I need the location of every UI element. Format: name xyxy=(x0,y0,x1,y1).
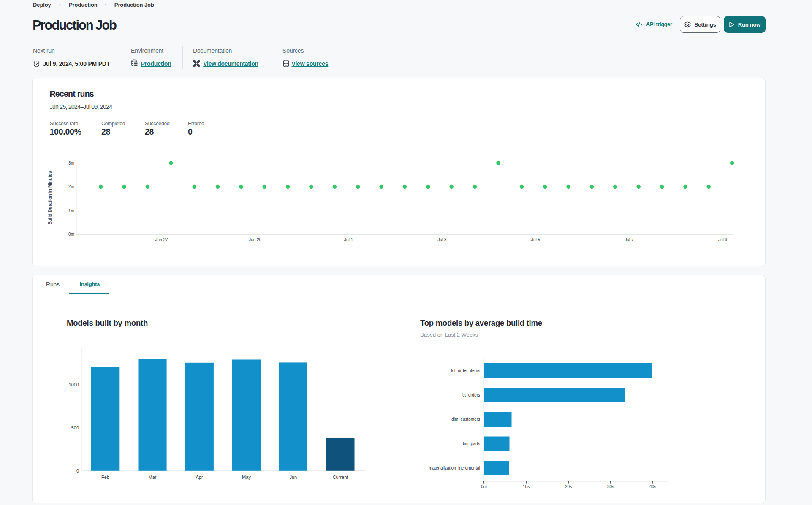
svg-text:0m: 0m xyxy=(68,232,74,237)
svg-text:Jun 27: Jun 27 xyxy=(155,238,168,242)
svg-text:0: 0 xyxy=(76,468,79,473)
svg-text:Jul 1: Jul 1 xyxy=(344,238,353,242)
svg-text:Jul 5: Jul 5 xyxy=(531,238,540,242)
svg-text:materialization_incremental: materialization_incremental xyxy=(429,466,480,470)
svg-text:1000: 1000 xyxy=(69,382,79,387)
svg-text:Build Duration in Minutes: Build Duration in Minutes xyxy=(47,171,52,224)
svg-text:Jul 3: Jul 3 xyxy=(438,238,447,242)
svg-text:Apr: Apr xyxy=(196,475,203,480)
svg-text:500: 500 xyxy=(71,425,79,430)
svg-text:40s: 40s xyxy=(649,484,656,489)
svg-text:Jun 29: Jun 29 xyxy=(249,238,261,242)
svg-text:3m: 3m xyxy=(68,161,74,165)
svg-text:dim_parts: dim_parts xyxy=(462,441,480,446)
svg-text:0m: 0m xyxy=(481,484,487,489)
svg-text:Feb: Feb xyxy=(101,475,109,480)
svg-text:20s: 20s xyxy=(565,484,572,489)
svg-text:Mar: Mar xyxy=(149,475,157,480)
svg-text:2m: 2m xyxy=(68,184,74,189)
svg-text:Current: Current xyxy=(333,475,348,480)
svg-text:fct_order_items: fct_order_items xyxy=(451,368,480,373)
svg-text:Jun: Jun xyxy=(289,475,297,480)
svg-text:May: May xyxy=(242,475,251,480)
svg-text:dim_customers: dim_customers xyxy=(451,417,480,421)
svg-text:30s: 30s xyxy=(607,484,614,489)
svg-text:fct_orders: fct_orders xyxy=(462,393,480,397)
svg-text:1m: 1m xyxy=(68,208,74,213)
svg-text:Jul 7: Jul 7 xyxy=(625,238,634,242)
svg-text:Jul 9: Jul 9 xyxy=(718,238,728,242)
svg-text:10s: 10s xyxy=(523,484,530,489)
